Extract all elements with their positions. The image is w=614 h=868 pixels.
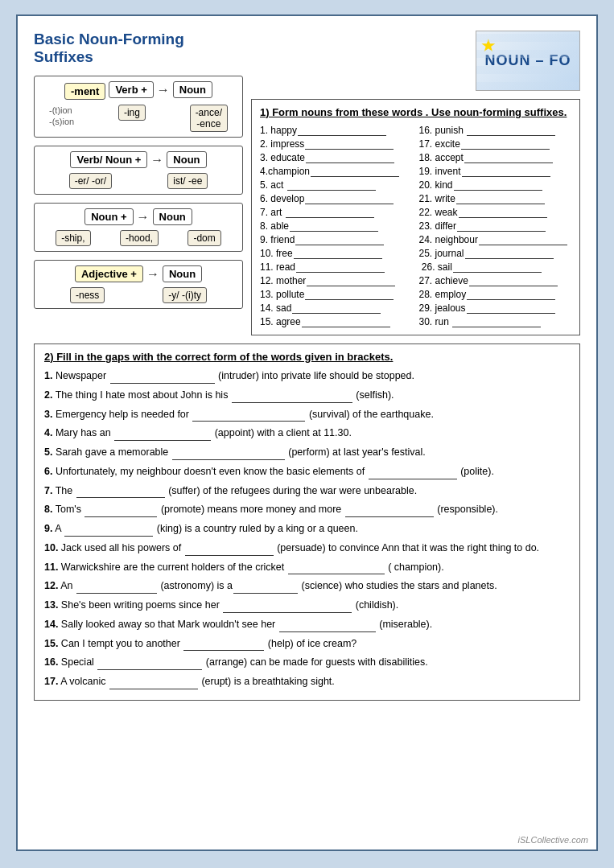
ex2-item-5: 5. Sarah gave a memorable (perform) at l… (44, 445, 570, 460)
diag4-source: Adjective + (75, 265, 143, 282)
exercise1-box: 1) Form nouns from these words . Use nou… (251, 99, 580, 335)
ex1-item-18: 18. accept (419, 150, 572, 164)
diag3-branch3: -dom (187, 230, 220, 246)
ex1-item-21: 21. write (419, 191, 572, 205)
ex1-item-25: 25. journal (419, 246, 572, 260)
ex2-item-6: 6. Unfortunately, my neighbour doesn't e… (44, 464, 570, 479)
ex2-item-8: 8. Tom's (promote) means more money and … (44, 502, 570, 517)
ex2-item-11: 11. Warwickshire are the current holders… (44, 560, 570, 575)
ex1-item-27: 27. achieve (419, 274, 572, 287)
page-title: Basic Noun-Forming Suffixes (34, 31, 243, 66)
ex2-item-16: 16. Special (arrange) can be made for gu… (44, 655, 570, 670)
exercise1-grid: 1. happy 2. impress 3. educate 4.champio… (260, 123, 571, 328)
diagram-verb-noun: -ment Verb + → Noun (34, 76, 243, 138)
worksheet-page: Basic Noun-Forming Suffixes -ment Verb +… (16, 14, 598, 851)
diag3-result: Noun (153, 208, 192, 225)
ex2-item-7: 7. The (suffer) of the refugees during t… (44, 483, 570, 499)
watermark: iSLCollective.com (518, 835, 588, 845)
diag2-result: Noun (167, 151, 206, 168)
ex1-item-14: 14. sad (260, 301, 413, 315)
ex1-item-15: 15. agree (260, 315, 413, 328)
ex1-item-6: 6. develop (260, 191, 413, 205)
ex2-item-3: 3. Emergency help is needed for (surviva… (44, 407, 570, 422)
ex1-item-1: 1. happy (260, 123, 413, 137)
ex1-item-9: 9. friend (260, 232, 413, 246)
diag4-arrow: → (146, 267, 159, 282)
exercise2-title: 2) Fill in the gaps with the correct for… (44, 351, 570, 363)
ex1-item-7: 7. art (260, 205, 413, 219)
ex1-item-4: 4.champion (260, 164, 413, 178)
diag1-top-result: Noun (173, 81, 212, 98)
diag1-left-label: -ment (64, 83, 105, 100)
exercise1-title: 1) Form nouns from these words . Use nou… (260, 106, 571, 118)
ex1-item-3: 3. educate (260, 150, 413, 164)
diag4-branch1: -ness (70, 287, 105, 303)
diag3-branch1: -ship, (56, 230, 90, 246)
ex2-item-14: 14. Sally looked away so that Mark would… (44, 617, 570, 632)
diag2-arrow: → (150, 153, 163, 167)
ex1-item-29: 29. jealous (419, 301, 572, 315)
ex2-item-2: 2. The thing I hate most about John is h… (44, 388, 570, 403)
ex1-item-2: 2. impress (260, 137, 413, 150)
diag2-branch1: -er/ -or/ (69, 173, 112, 189)
diag4-branch2: -y/ -(i)ty (163, 287, 207, 303)
ex2-item-1: 1. Newspaper (intruder) into private lif… (44, 368, 570, 384)
ex1-item-12: 12. mother (260, 274, 413, 287)
ex1-item-10: 10. free (260, 246, 413, 260)
ex1-item-24: 24. neighbour (419, 232, 572, 246)
diag2-branch2: ist/ -ee (167, 173, 208, 189)
exercise1-right-col: 16. punish 17. excite 18. accept 19. inv… (419, 123, 572, 328)
diagram-adj-noun: Adjective + → Noun -ness -y/ -(i)ty (34, 260, 243, 309)
diag2-source: Verb/ Noun + (70, 151, 147, 168)
diag1-top-source: Verb + (109, 81, 153, 98)
ex1-item-26: 26. sail (419, 260, 572, 274)
diag4-result: Noun (163, 265, 202, 282)
ex2-item-17: 17. A volcanic (erupt) is a breathtaking… (44, 674, 570, 689)
ex2-item-15: 15. Can I tempt you to another (help) of… (44, 636, 570, 652)
ex2-item-13: 13. She's been writing poems since her (… (44, 598, 570, 613)
ex1-item-28: 28. employ (419, 287, 572, 301)
diag3-source: Noun + (84, 208, 133, 225)
ex1-item-19: 19. invent (419, 164, 572, 178)
top-section: Basic Noun-Forming Suffixes -ment Verb +… (34, 31, 580, 335)
ex1-item-11: 11. read (260, 260, 413, 274)
ex1-item-23: 23. differ (419, 219, 572, 232)
exercise2-box: 2) Fill in the gaps with the correct for… (34, 343, 580, 701)
ex1-item-16: 16. punish (419, 123, 572, 137)
diag1-arrow: → (157, 83, 170, 97)
diag1-branch-ance: -ance/-ence (190, 105, 228, 132)
ex1-item-30: 30. run (419, 315, 572, 328)
ex2-item-4: 4. Mary has an (appoint) with a client a… (44, 426, 570, 441)
diagram-verbnoun-noun: Verb/ Noun + → Noun -er/ -or/ ist/ -ee (34, 146, 243, 195)
ex1-item-17: 17. excite (419, 137, 572, 150)
ex1-item-8: 8. able (260, 219, 413, 232)
diag3-branch2: -hood, (120, 230, 159, 246)
ex2-item-12: 12. An (astronomy) is a (science) who st… (44, 578, 570, 594)
ex2-item-10: 10. Jack used all his powers of (persuad… (44, 541, 570, 556)
diagram-noun-noun: Noun + → Noun -ship, -hood, -dom (34, 203, 243, 252)
ex1-item-20: 20. kind (419, 178, 572, 191)
diag3-arrow: → (137, 210, 150, 224)
exercise1-left-col: 1. happy 2. impress 3. educate 4.champio… (260, 123, 413, 328)
left-diagrams: Basic Noun-Forming Suffixes -ment Verb +… (34, 31, 251, 317)
noun-image: ★ NOUN – FO (476, 31, 580, 91)
ex2-item-9: 9. A (king) is a country ruled by a king… (44, 521, 570, 537)
ex1-item-22: 22. weak (419, 205, 572, 219)
ex1-item-5: 5. act (260, 178, 413, 191)
ex1-item-13: 13. pollute (260, 287, 413, 301)
diag1-branch-ing: -ing (118, 105, 146, 121)
